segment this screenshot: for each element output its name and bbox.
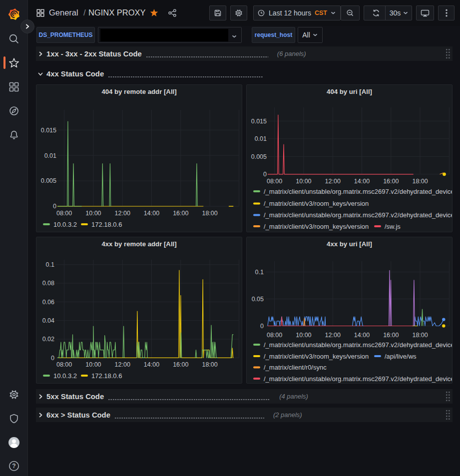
svg-text:18:00: 18:00 <box>412 332 428 339</box>
svg-text:0.005: 0.005 <box>251 153 267 160</box>
svg-text:10:00: 10:00 <box>296 332 311 339</box>
svg-text:172.18.0.6: 172.18.0.6 <box>91 221 122 228</box>
svg-text:/_matrix/client/r0/sync: /_matrix/client/r0/sync <box>264 364 327 371</box>
svg-text:0: 0 <box>53 203 56 210</box>
svg-text:12:00: 12:00 <box>325 332 341 339</box>
svg-text:14:00: 14:00 <box>354 178 370 185</box>
svg-text:0: 0 <box>260 323 264 330</box>
svg-text:0.015: 0.015 <box>251 118 267 125</box>
svg-text:16:00: 16:00 <box>383 332 399 339</box>
svg-text:/sw.js: /sw.js <box>385 223 401 230</box>
svg-text:12:00: 12:00 <box>115 361 130 368</box>
svg-text:0.005: 0.005 <box>41 177 56 184</box>
svg-text:10:00: 10:00 <box>85 210 101 217</box>
svg-text:14:00: 14:00 <box>354 332 370 339</box>
svg-text:18:00: 18:00 <box>202 210 217 217</box>
svg-text:18:00: 18:00 <box>202 361 217 368</box>
svg-text:/_matrix/client/unstable/org.m: /_matrix/client/unstable/org.matrix.msc2… <box>264 375 453 383</box>
svg-text:14:00: 14:00 <box>144 361 159 368</box>
svg-text:12:00: 12:00 <box>115 210 130 217</box>
svg-text:/_matrix/client/unstable/org.m: /_matrix/client/unstable/org.matrix.msc2… <box>264 341 453 349</box>
svg-text:0.05: 0.05 <box>252 296 264 303</box>
svg-text:14:00: 14:00 <box>144 210 159 217</box>
svg-text:10.0.3.2: 10.0.3.2 <box>53 372 77 380</box>
svg-text:0.06: 0.06 <box>42 299 54 306</box>
svg-text:12:00: 12:00 <box>325 178 341 185</box>
svg-text:0.08: 0.08 <box>42 280 54 287</box>
svg-text:16:00: 16:00 <box>383 178 399 185</box>
svg-text:0.1: 0.1 <box>255 269 264 276</box>
svg-text:0.04: 0.04 <box>42 317 54 324</box>
svg-text:0.01: 0.01 <box>255 135 267 142</box>
svg-text:172.18.0.6: 172.18.0.6 <box>91 372 122 380</box>
svg-text:10.0.3.2: 10.0.3.2 <box>53 221 77 228</box>
svg-text:16:00: 16:00 <box>173 361 188 368</box>
svg-text:/_matrix/client/v3/room_keys/v: /_matrix/client/v3/room_keys/version <box>264 223 369 230</box>
svg-text:08:00: 08:00 <box>56 361 72 368</box>
svg-text:0.1: 0.1 <box>46 261 54 268</box>
svg-text:18:00: 18:00 <box>412 178 428 185</box>
svg-text:/_matrix/client/unstable/org.m: /_matrix/client/unstable/org.matrix.msc2… <box>264 211 453 219</box>
svg-text:/api/live/ws: /api/live/ws <box>385 353 417 360</box>
svg-text:0.015: 0.015 <box>41 127 56 134</box>
svg-text:0: 0 <box>51 355 54 362</box>
svg-text:?: ? <box>12 463 15 470</box>
svg-text:0.02: 0.02 <box>42 336 54 343</box>
svg-text:/_matrix/client/unstable/org.m: /_matrix/client/unstable/org.matrix.msc2… <box>264 188 453 195</box>
svg-text:08:00: 08:00 <box>267 178 282 185</box>
svg-text:10:00: 10:00 <box>296 178 311 185</box>
svg-text:0.01: 0.01 <box>44 152 56 159</box>
svg-text:0: 0 <box>263 171 267 178</box>
svg-text:/_matrix/client/v3/room_keys/v: /_matrix/client/v3/room_keys/version <box>264 200 369 207</box>
svg-text:16:00: 16:00 <box>173 210 188 217</box>
svg-text:10:00: 10:00 <box>85 361 101 368</box>
svg-text:/_matrix/client/v3/room_keys/v: /_matrix/client/v3/room_keys/version <box>264 353 369 360</box>
svg-text:08:00: 08:00 <box>267 332 282 339</box>
svg-text:08:00: 08:00 <box>56 210 72 217</box>
